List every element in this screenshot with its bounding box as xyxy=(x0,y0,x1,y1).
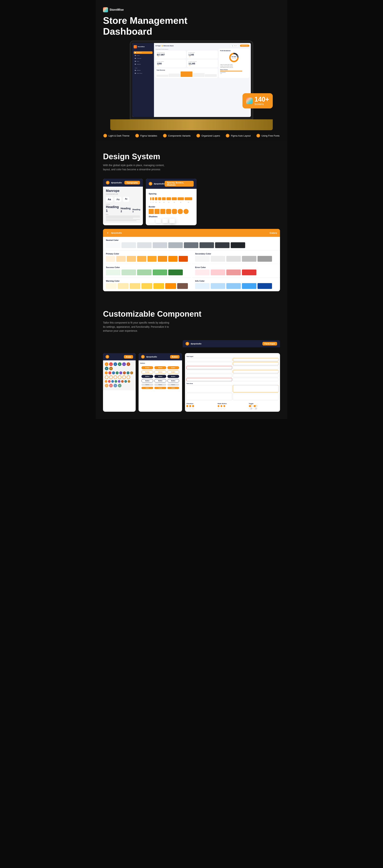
primary-color-section: Primary Color xyxy=(103,250,191,264)
toggle-off-1[interactable] xyxy=(249,408,252,409)
checkbox-checked-2[interactable] xyxy=(189,405,191,407)
warning-2 xyxy=(118,283,128,289)
sidebar-item-setup[interactable]: Setup Store xyxy=(134,72,153,74)
btn-outline-dark-2[interactable]: Button xyxy=(154,379,166,382)
btn-dark-3[interactable]: Button xyxy=(167,375,179,378)
customizable-title: Customizable Component xyxy=(103,309,280,318)
feature-auto-layout: ✓ Figma Auto Layout xyxy=(226,134,250,137)
checkbox-checked-3[interactable] xyxy=(192,405,194,407)
btn-outline-1[interactable]: Button xyxy=(141,370,153,374)
toggle-on-2[interactable] xyxy=(254,405,257,407)
toggle-on-1[interactable] xyxy=(249,405,252,407)
info-2 xyxy=(211,283,225,289)
btn-sm-2[interactable]: Button xyxy=(154,387,166,389)
avatar-8: H xyxy=(109,367,113,370)
radio-empty-1[interactable] xyxy=(218,408,219,409)
avatar-tab[interactable]: Avatar xyxy=(124,355,133,359)
btn-gray-3[interactable]: Button xyxy=(167,383,179,386)
input-default-7[interactable] xyxy=(233,378,279,381)
sp-box-1 xyxy=(150,197,152,200)
secondary-4 xyxy=(242,256,256,262)
button-tab[interactable]: Button xyxy=(170,355,180,359)
textarea-4[interactable] xyxy=(233,393,279,400)
input-active-3[interactable] xyxy=(233,370,279,373)
body-text-preview: Body xyxy=(106,214,140,221)
sidebar-item-store[interactable]: Store xyxy=(134,60,153,63)
svg-text:Total Profit: Total Profit xyxy=(232,58,236,59)
toggle-row-on xyxy=(249,405,279,407)
radio-checked-3[interactable] xyxy=(223,405,225,407)
sidebar-item-customer[interactable]: Customer xyxy=(134,57,153,60)
input-default-3[interactable] xyxy=(233,366,279,369)
primary-swatches xyxy=(106,256,188,262)
textarea-3[interactable] xyxy=(186,393,232,400)
radio-checked-2[interactable] xyxy=(221,405,222,407)
hero-logo: StoreWise xyxy=(103,7,280,12)
warning-4 xyxy=(141,283,152,289)
avatar-brand: d xyxy=(105,355,109,359)
checkbox-empty-3[interactable] xyxy=(192,408,194,409)
neutral-2 xyxy=(122,242,136,248)
sidebar-item-analytics[interactable]: Analytics xyxy=(134,63,153,65)
btn-primary-3[interactable]: Button xyxy=(167,366,179,369)
input-active-1[interactable] xyxy=(233,358,279,361)
checkbox-empty-1[interactable] xyxy=(186,408,188,409)
primary-7 xyxy=(168,256,178,262)
sp-box-9 xyxy=(185,197,192,200)
input-error-1[interactable] xyxy=(186,366,232,369)
sbs-panel-header: d dpopstudio Spacing, Borders, Shadows xyxy=(146,179,197,189)
input-default-6[interactable] xyxy=(233,374,279,377)
input-default-5[interactable] xyxy=(186,374,232,377)
checkbox-section: Checkbox xyxy=(186,402,216,410)
typography-tab[interactable]: Typography xyxy=(124,181,140,184)
input-default-1[interactable] xyxy=(186,358,232,361)
btn-sm-3[interactable]: Button xyxy=(167,387,179,389)
btn-gray-2[interactable]: Button xyxy=(154,383,166,386)
btn-gray-1[interactable]: Button xyxy=(141,383,153,386)
warning-color-title: Warning Color xyxy=(106,280,188,282)
radio-checked-1[interactable] xyxy=(218,405,219,407)
btn-dark-2[interactable]: Button xyxy=(154,375,166,378)
btn-outline-3[interactable]: Button xyxy=(167,370,179,374)
error-1 xyxy=(195,270,210,275)
primary-secondary-row: Primary Color Secondary Color xyxy=(103,250,280,264)
search-bar[interactable]: 🔍 Search xyxy=(230,44,239,47)
radio-empty-3[interactable] xyxy=(223,408,225,409)
radio-empty-2[interactable] xyxy=(221,408,222,409)
btn-outline-2[interactable]: Button xyxy=(154,370,166,374)
font-name: Manrope xyxy=(106,189,140,193)
sbs-tab[interactable]: Spacing, Borders, Shadows xyxy=(165,181,194,187)
checkbox-empty-2[interactable] xyxy=(189,408,191,409)
hero-section: StoreWise Store Management Dashboard Sto… xyxy=(96,0,287,130)
btn-outline-dark-1[interactable]: Button xyxy=(141,379,153,382)
btn-primary-1[interactable]: Button xyxy=(141,366,153,369)
toggle-off-2[interactable] xyxy=(254,408,257,409)
avatar-s6: F xyxy=(121,380,124,383)
input-default-2[interactable] xyxy=(186,362,232,365)
input-default-4[interactable] xyxy=(186,370,232,373)
laptop-base xyxy=(110,119,273,130)
textarea-2[interactable] xyxy=(233,385,279,392)
input-active-2[interactable] xyxy=(233,362,279,365)
sidebar-item-dashboard[interactable]: Dashboard xyxy=(134,51,153,54)
btn-dark-1[interactable]: Button xyxy=(141,375,153,378)
input-error-2[interactable] xyxy=(186,378,232,381)
button-content: Button Button Button Button Button Butto… xyxy=(138,361,182,392)
textarea-1[interactable] xyxy=(186,385,232,392)
add-product-button[interactable]: Add Product xyxy=(240,44,249,47)
brand-dot: d xyxy=(106,181,109,184)
form-header-row: d dpopstudio Form Input xyxy=(103,340,280,347)
sidebar-item-orders[interactable]: Orders xyxy=(134,54,153,57)
avatar-m4: D xyxy=(116,371,119,374)
sidebar-item-affiliates[interactable]: Affiliates xyxy=(134,69,153,72)
btn-primary-2[interactable]: Button xyxy=(154,366,166,369)
form-input-tab[interactable]: Form Input xyxy=(262,342,277,345)
checkbox-checked-1[interactable] xyxy=(186,405,188,407)
colors-tab[interactable]: Colors xyxy=(270,231,277,234)
spacing-borders-panel: d dpopstudio Spacing, Borders, Shadows S… xyxy=(146,179,197,225)
btn-outline-dark-3[interactable]: Button xyxy=(167,379,179,382)
warning-3 xyxy=(130,283,140,289)
btn-sm-1[interactable]: Button xyxy=(141,387,153,389)
avatar-grid-extra: A B C D xyxy=(105,384,134,388)
avatar-6: F xyxy=(127,362,130,366)
